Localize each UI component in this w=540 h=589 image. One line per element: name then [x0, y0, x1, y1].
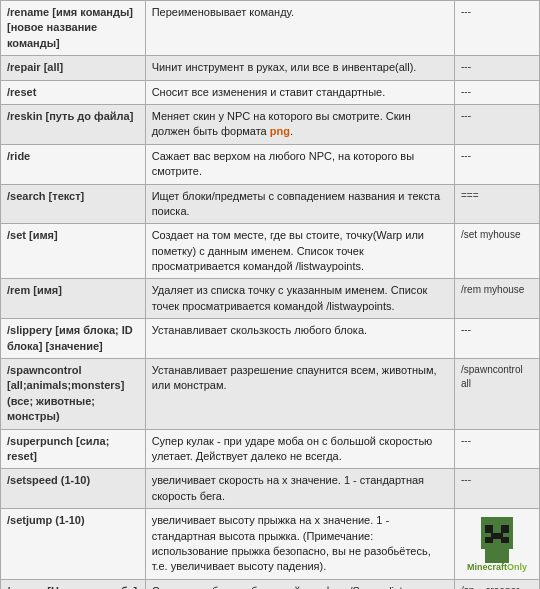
table-row: /reskin [путь до файла]Меняет скин у NPC…: [1, 104, 540, 144]
description-cell: Устанавливает скользкость любого блока.: [145, 319, 454, 359]
command-cell: /setspeed (1-10): [1, 469, 146, 509]
description-cell: увеличивает скорость на х значение. 1 - …: [145, 469, 454, 509]
extra-cell: ---: [455, 56, 540, 80]
description-cell: Ищет блоки/предметы с совпадением назван…: [145, 184, 454, 224]
description-cell: Создает на том месте, где вы стоите, точ…: [145, 224, 454, 279]
command-cell: /reskin [путь до файла]: [1, 104, 146, 144]
command-cell: /set [имя]: [1, 224, 146, 279]
command-cell: /repair [all]: [1, 56, 146, 80]
command-cell: /search [текст]: [1, 184, 146, 224]
table-row: /search [текст]Ищет блоки/предметы с сов…: [1, 184, 540, 224]
command-cell: /superpunch [сила; reset]: [1, 429, 146, 469]
description-cell: увеличивает высоту прыжка на х значение.…: [145, 509, 454, 580]
description-cell: Сносит все изменения и ставит стандартны…: [145, 80, 454, 104]
table-row: /setjump (1-10)увеличивает высоту прыжка…: [1, 509, 540, 580]
description-cell: Переименовывает команду.: [145, 1, 454, 56]
svg-rect-6: [485, 549, 509, 563]
minecraft-only-text: MinecraftOnly: [467, 563, 527, 573]
svg-rect-5: [501, 537, 509, 543]
extra-cell: ---: [455, 104, 540, 144]
description-cell: Супер кулак - при ударе моба он с большо…: [145, 429, 454, 469]
table-row: /slippery [имя блока; ID блока] [значени…: [1, 319, 540, 359]
extra-cell: ---: [455, 144, 540, 184]
svg-rect-2: [501, 525, 509, 533]
command-cell: /rem [имя]: [1, 279, 146, 319]
svg-rect-4: [485, 537, 493, 543]
extra-cell: ---: [455, 80, 540, 104]
command-cell: /rename [имя команды] [новое название ко…: [1, 1, 146, 56]
table-row: /setspeed (1-10)увеличивает скорость на …: [1, 469, 540, 509]
extra-cell: /spawncontrol all: [455, 359, 540, 430]
table-row: /rideСажает вас верхом на любого NPC, на…: [1, 144, 540, 184]
command-cell: /setjump (1-10): [1, 509, 146, 580]
extra-cell: /set myhouse: [455, 224, 540, 279]
table-row: /rename [имя команды] [новое название ко…: [1, 1, 540, 56]
extra-cell: /sp... creeper 10: [455, 579, 540, 589]
extra-cell: ---: [455, 1, 540, 56]
extra-cell: ---: [455, 429, 540, 469]
table-row: /spawn [Название моба] [количество]Спаун…: [1, 579, 540, 589]
table-row: /superpunch [сила; reset]Супер кулак - п…: [1, 429, 540, 469]
table-row: /resetСносит все изменения и ставит стан…: [1, 80, 540, 104]
command-cell: /spawncontrol [all;animals;monsters] (вс…: [1, 359, 146, 430]
description-cell: Спаунит любого моба из майнкрафта. /Spaw…: [145, 579, 454, 589]
extra-cell: ===: [455, 184, 540, 224]
command-cell: /ride: [1, 144, 146, 184]
command-cell: /reset: [1, 80, 146, 104]
description-cell: Сажает вас верхом на любого NPC, на кото…: [145, 144, 454, 184]
description-cell: Меняет скин у NPC на которого вы смотрит…: [145, 104, 454, 144]
table-row: /repair [all]Чинит инструмент в руках, и…: [1, 56, 540, 80]
description-cell: Удаляет из списка точку с указанным имен…: [145, 279, 454, 319]
creeper-icon: [473, 515, 521, 563]
table-row: /rem [имя]Удаляет из списка точку с указ…: [1, 279, 540, 319]
extra-cell: ---: [455, 319, 540, 359]
svg-rect-1: [485, 525, 493, 533]
minecraft-logo: MinecraftOnly: [461, 515, 533, 573]
table-row: /spawncontrol [all;animals;monsters] (вс…: [1, 359, 540, 430]
description-cell: Устанавливает разрешение спаунится всем,…: [145, 359, 454, 430]
extra-cell: MinecraftOnly: [455, 509, 540, 580]
command-cell: /slippery [имя блока; ID блока] [значени…: [1, 319, 146, 359]
table-row: /set [имя]Создает на том месте, где вы с…: [1, 224, 540, 279]
extra-cell: ---: [455, 469, 540, 509]
command-cell: /spawn [Название моба] [количество]: [1, 579, 146, 589]
description-cell: Чинит инструмент в руках, или все в инве…: [145, 56, 454, 80]
extra-cell: /rem myhouse: [455, 279, 540, 319]
